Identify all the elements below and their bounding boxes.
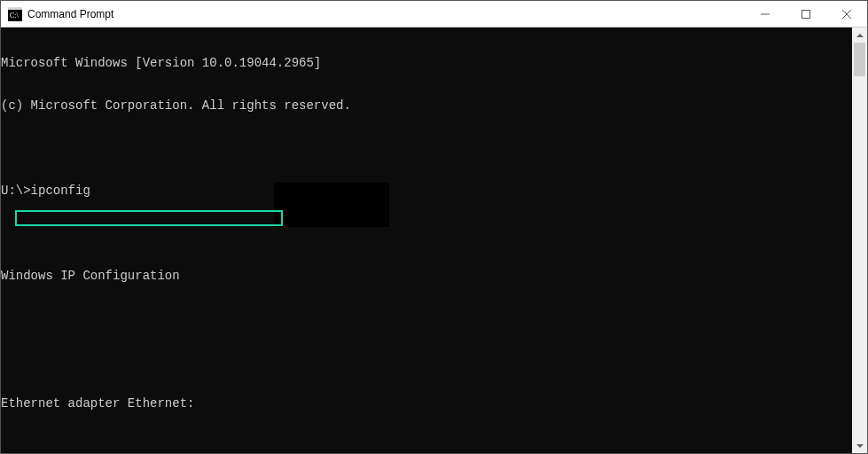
scroll-thumb[interactable] (854, 43, 865, 76)
output-line (1, 439, 852, 453)
output-line (1, 226, 852, 240)
output-line: (c) Microsoft Corporation. All rights re… (1, 98, 852, 113)
output-line (1, 311, 852, 325)
maximize-button[interactable] (786, 1, 826, 27)
scroll-up-button[interactable] (852, 27, 867, 43)
prompt-line: U:\>ipconfig (1, 184, 852, 198)
output-line (1, 354, 852, 368)
vertical-scrollbar[interactable] (852, 27, 867, 453)
svg-rect-4 (802, 10, 810, 18)
output-line: Windows IP Configuration (1, 269, 852, 283)
output-line: Ethernet adapter Ethernet: (1, 396, 852, 411)
output-line: Microsoft Windows [Version 10.0.19044.29… (1, 56, 852, 70)
output-line (1, 141, 852, 155)
minimize-button[interactable] (745, 1, 786, 27)
terminal-output[interactable]: Microsoft Windows [Version 10.0.19044.29… (1, 27, 852, 453)
gateway-highlight (15, 210, 283, 226)
window-title: Command Prompt (27, 8, 113, 20)
window-titlebar[interactable]: C:\ Command Prompt (1, 1, 867, 27)
svg-rect-1 (8, 7, 22, 10)
svg-text:C:\: C:\ (10, 12, 20, 20)
scroll-down-button[interactable] (852, 438, 867, 453)
close-button[interactable] (826, 1, 867, 27)
cmd-icon: C:\ (8, 7, 22, 21)
console-area: Microsoft Windows [Version 10.0.19044.29… (1, 27, 867, 453)
